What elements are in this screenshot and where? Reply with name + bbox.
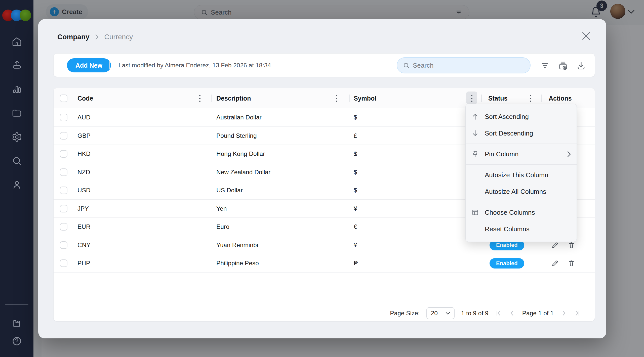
cell-description: Euro	[216, 218, 229, 236]
home-icon[interactable]	[12, 36, 22, 47]
help-icon[interactable]	[12, 336, 22, 346]
breadcrumb: Company Currency	[57, 33, 133, 41]
breadcrumb-company[interactable]: Company	[57, 33, 90, 41]
row-checkbox[interactable]	[60, 150, 67, 158]
cell-symbol: £	[354, 127, 357, 145]
page-size-value: 20	[431, 310, 438, 317]
page-size-select[interactable]: 20	[426, 307, 455, 319]
cell-code: HKD	[77, 145, 91, 163]
chevron-right-icon	[95, 34, 99, 40]
folder-icon[interactable]	[12, 108, 22, 118]
table-search-input[interactable]: Search	[397, 57, 531, 73]
page-size-label: Page Size:	[390, 310, 420, 317]
cell-code: AUD	[77, 108, 91, 127]
header-divider	[481, 95, 482, 102]
row-checkbox[interactable]	[60, 259, 67, 267]
first-page-icon[interactable]	[495, 310, 502, 317]
next-page-icon[interactable]	[560, 310, 567, 317]
filter-icon[interactable]	[540, 61, 550, 70]
delete-icon[interactable]	[568, 259, 575, 267]
header-divider	[541, 95, 542, 102]
cell-description: Australian Dollar	[216, 108, 262, 127]
search-icon	[403, 62, 410, 69]
app-root: + Create Search 3 Company	[0, 0, 644, 357]
search-icon[interactable]	[12, 156, 22, 166]
analytics-icon[interactable]	[12, 84, 22, 95]
profile-icon[interactable]	[12, 180, 22, 190]
close-icon[interactable]	[581, 31, 591, 41]
cell-code: GBP	[77, 127, 91, 145]
status-badge: Enabled	[490, 258, 524, 269]
menu-item-choose-columns[interactable]: Choose Columns	[466, 204, 577, 221]
column-header-symbol: Symbol	[354, 88, 376, 108]
sidebar-divider	[5, 304, 28, 305]
edit-icon[interactable]	[551, 259, 559, 267]
records-archive-icon[interactable]	[558, 61, 568, 70]
symbol-column-menu-button[interactable]	[467, 93, 476, 103]
menu-item-sort-descending[interactable]: Sort Descending	[466, 125, 577, 142]
row-checkbox[interactable]	[60, 114, 67, 121]
select-all-checkbox[interactable]	[60, 95, 67, 102]
table-row[interactable]: PHP Philippine Peso ₱ Enabled	[54, 254, 595, 273]
upload-icon[interactable]	[12, 60, 22, 70]
workspace-icon[interactable]	[12, 317, 22, 328]
sidebar	[0, 0, 33, 357]
last-page-icon[interactable]	[574, 310, 581, 317]
cell-code: JPY	[77, 200, 89, 218]
settings-icon[interactable]	[12, 132, 22, 142]
cell-code: NZD	[77, 163, 90, 182]
app-logo[interactable]	[0, 10, 33, 22]
cell-description: Yuan Renminbi	[216, 236, 258, 254]
page-indicator-text: Page 1 of 1	[522, 310, 554, 317]
menu-separator	[466, 202, 577, 202]
menu-item-reset-columns[interactable]: Reset Columns	[466, 221, 577, 237]
menu-item-sort-ascending[interactable]: Sort Ascending	[466, 108, 577, 125]
header-divider	[349, 95, 350, 102]
table-search-placeholder: Search	[413, 62, 433, 69]
cell-code: EUR	[77, 218, 91, 236]
last-modified-text: Last modified by Almera Enderez, 13 Feb …	[118, 54, 271, 77]
arrow-up-icon	[471, 112, 480, 121]
cell-symbol: $	[354, 108, 357, 127]
menu-separator	[466, 164, 577, 165]
row-checkbox[interactable]	[60, 205, 67, 212]
cell-symbol: ¥	[354, 200, 357, 218]
cell-code: PHP	[77, 254, 90, 273]
menu-item-autosize-this-column[interactable]: Autosize This Column	[466, 167, 577, 183]
row-checkbox[interactable]	[60, 223, 67, 231]
edit-icon[interactable]	[551, 241, 559, 249]
download-icon[interactable]	[576, 61, 586, 70]
menu-item-pin-column[interactable]: Pin Column	[466, 146, 577, 162]
cell-symbol: €	[354, 218, 357, 236]
status-column-menu-button[interactable]	[526, 93, 535, 103]
column-header-code: Code	[77, 88, 93, 108]
row-range-text: 1 to 9 of 9	[461, 310, 489, 317]
toolbar-divider	[109, 61, 110, 69]
row-checkbox[interactable]	[60, 132, 67, 140]
column-header-description: Description	[216, 88, 251, 108]
breadcrumb-currency: Currency	[104, 33, 133, 41]
previous-page-icon[interactable]	[509, 310, 516, 317]
columns-icon	[471, 208, 480, 217]
header-divider	[211, 95, 212, 102]
menu-separator	[466, 144, 577, 144]
cell-symbol: $	[354, 181, 357, 200]
cell-description: New Zealand Dollar	[216, 163, 270, 182]
row-checkbox[interactable]	[60, 187, 67, 194]
cell-symbol: $	[354, 145, 357, 163]
cell-symbol: $	[354, 163, 357, 182]
code-column-menu-button[interactable]	[195, 93, 204, 103]
column-context-menu: Sort Ascending Sort Descending Pin Colum…	[465, 104, 577, 242]
cell-description: Yen	[216, 200, 227, 218]
row-checkbox[interactable]	[60, 241, 67, 249]
cell-symbol: ¥	[354, 236, 357, 254]
delete-icon[interactable]	[568, 241, 575, 249]
menu-item-autosize-all-columns[interactable]: Autosize All Columns	[466, 183, 577, 200]
arrow-down-icon	[471, 129, 480, 138]
add-new-button[interactable]: Add New	[67, 58, 111, 72]
row-checkbox[interactable]	[60, 168, 67, 176]
description-column-menu-button[interactable]	[332, 93, 341, 103]
pin-icon	[471, 150, 480, 159]
table-footer: Page Size: 20 1 to 9 of 9 Page 1 of 1	[390, 305, 581, 321]
cell-code: CNY	[77, 236, 91, 254]
